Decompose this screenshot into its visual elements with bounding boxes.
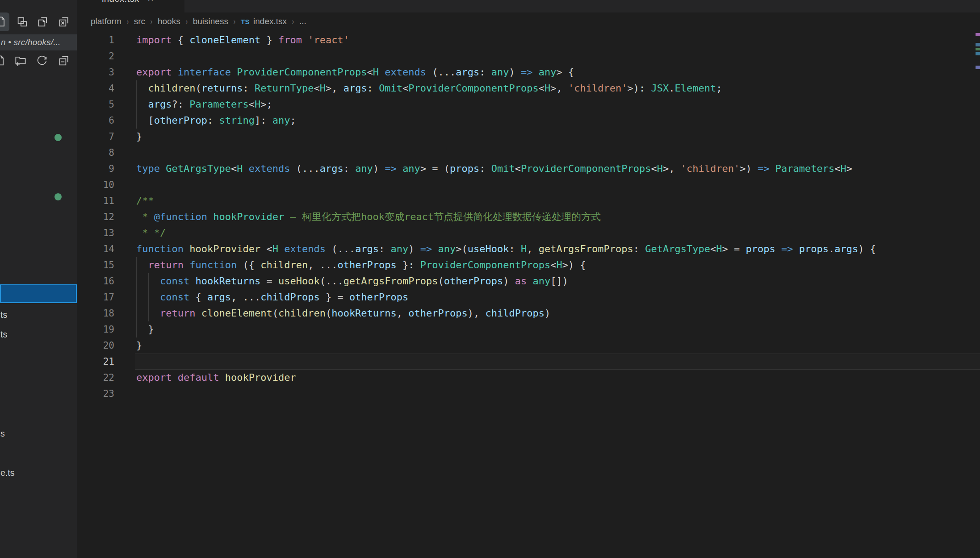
code-line[interactable]: 18 return cloneElement(children(hookRetu…: [77, 305, 980, 321]
new-folder-icon[interactable]: [14, 54, 27, 67]
code-line[interactable]: 7}: [77, 129, 980, 145]
code-line[interactable]: 22export default hookProvider: [77, 370, 980, 386]
code-text: [114, 145, 136, 161]
tab-index-tsx[interactable]: index.tsx ✕: [77, 0, 184, 12]
minimap-mark: [976, 33, 980, 36]
file-tree-item[interactable]: ts: [0, 328, 77, 341]
selected-tree-row[interactable]: [0, 284, 77, 303]
code-text: [114, 386, 136, 402]
code-text: args?: Parameters<H>;: [114, 96, 272, 112]
breadcrumb-separator-icon: ›: [126, 17, 129, 26]
code-text: }: [114, 129, 142, 145]
breadcrumb-item[interactable]: platform: [91, 17, 121, 26]
tab-label: index.tsx: [102, 0, 139, 4]
breadcrumb-separator-icon: ›: [185, 17, 188, 26]
code-line[interactable]: 5 args?: Parameters<H>;: [77, 96, 980, 112]
breadcrumb-separator-icon: ›: [151, 17, 153, 26]
code-line[interactable]: 2: [77, 48, 980, 64]
code-text: export default hookProvider: [114, 370, 296, 386]
tab-bar: index.tsx ✕: [77, 0, 980, 12]
code-line[interactable]: 19 }: [77, 321, 980, 337]
code-text: /**: [114, 193, 154, 209]
close-all-editors-icon[interactable]: [57, 15, 71, 29]
file-tree-item[interactable]: ts: [0, 308, 77, 321]
line-number: 13: [77, 225, 114, 241]
line-number: 3: [77, 64, 114, 80]
open-editors-toolbar: [0, 15, 77, 29]
code-line[interactable]: 17 const { args, ...childProps } = other…: [77, 289, 980, 305]
code-line[interactable]: 9type GetArgsType<H extends (...args: an…: [77, 161, 980, 177]
modified-dot: [54, 134, 62, 141]
file-name: ts: [0, 310, 7, 320]
new-file-icon[interactable]: [0, 15, 7, 29]
line-number: 17: [77, 289, 114, 305]
collapse-all-icon[interactable]: [57, 54, 71, 67]
line-number: 20: [77, 337, 114, 354]
code-line[interactable]: 11/**: [77, 193, 980, 209]
code-line[interactable]: 8: [77, 145, 980, 161]
open-editor-item[interactable]: n • src/hooks/...: [0, 34, 77, 50]
breadcrumb-item[interactable]: buisiness: [193, 17, 228, 26]
line-number: 10: [77, 177, 114, 193]
breadcrumb-item[interactable]: hooks: [158, 17, 180, 26]
code-text: const hookReturns = useHook(...getArgsFr…: [114, 273, 568, 289]
code-text: [114, 354, 136, 370]
file-tree-item[interactable]: s: [0, 427, 77, 440]
minimap-mark: [976, 52, 980, 55]
line-number: 22: [77, 370, 114, 386]
code-text: * */: [114, 225, 166, 241]
current-line-highlight: [135, 354, 980, 370]
line-number: 12: [77, 209, 114, 225]
save-all-icon[interactable]: [36, 15, 50, 29]
code-line[interactable]: 20}: [77, 337, 980, 354]
line-number: 8: [77, 145, 114, 161]
code-line[interactable]: 16 const hookReturns = useHook(...getArg…: [77, 273, 980, 289]
breadcrumb-item[interactable]: src: [134, 17, 145, 26]
code-line[interactable]: 10: [77, 177, 980, 193]
typescript-file-icon: TS: [241, 18, 250, 25]
code-text: [otherProp: string]: any;: [114, 112, 296, 129]
refresh-icon[interactable]: [35, 54, 49, 67]
line-number: 18: [77, 305, 114, 321]
line-number: 16: [77, 273, 114, 289]
minimap-mark: [976, 43, 980, 46]
line-number: 14: [77, 241, 114, 257]
breadcrumb: platform›src›hooks›buisiness›TSindex.tsx…: [77, 12, 980, 30]
vscode-window: n • src/hooks/... tstsse.ts index.tsx ✕ …: [0, 0, 980, 558]
code-line[interactable]: 4 children(returns: ReturnType<H>, args:…: [77, 80, 980, 96]
line-number: 9: [77, 161, 114, 177]
tab-close-icon[interactable]: ✕: [147, 0, 154, 4]
breadcrumb-item[interactable]: index.tsx: [253, 17, 287, 26]
code-line[interactable]: 1import { cloneElement } from 'react': [77, 32, 980, 48]
code-text: children(returns: ReturnType<H>, args: O…: [114, 80, 722, 96]
code-text: export interface ProviderComponentProps<…: [114, 64, 574, 80]
code-text: }: [114, 321, 154, 337]
code-line[interactable]: 6 [otherProp: string]: any;: [77, 112, 980, 129]
code-line[interactable]: 15 return function ({ children, ...other…: [77, 257, 980, 273]
code-line[interactable]: 21: [77, 354, 980, 370]
code-text: function hookProvider <H extends (...arg…: [114, 241, 876, 257]
modified-dot: [54, 193, 62, 200]
line-number: 11: [77, 193, 114, 209]
code-line[interactable]: 23: [77, 386, 980, 402]
code-line[interactable]: 14function hookProvider <H extends (...a…: [77, 241, 980, 257]
breadcrumb-separator-icon: ›: [233, 17, 235, 26]
file-tree-item[interactable]: e.ts: [0, 466, 77, 479]
line-number: 2: [77, 48, 114, 64]
line-number: 6: [77, 112, 114, 129]
code-line[interactable]: 13 * */: [77, 225, 980, 241]
breadcrumb-item[interactable]: ...: [299, 17, 306, 26]
code-line[interactable]: 12 * @function hookProvider — 柯里化方式把hook…: [77, 209, 980, 225]
split-editor-icon[interactable]: [16, 15, 29, 29]
line-number: 7: [77, 129, 114, 145]
explorer-actions-toolbar: [0, 54, 77, 67]
line-number: 1: [77, 32, 114, 48]
code-editor[interactable]: 1import { cloneElement } from 'react'23e…: [77, 32, 980, 402]
code-line[interactable]: 3export interface ProviderComponentProps…: [77, 64, 980, 80]
file-name: e.ts: [0, 468, 14, 478]
new-file-icon[interactable]: [0, 54, 6, 67]
code-text: type GetArgsType<H extends (...args: any…: [114, 161, 852, 177]
file-name: s: [0, 429, 5, 439]
minimap-mark: [976, 66, 980, 69]
line-number: 15: [77, 257, 114, 273]
